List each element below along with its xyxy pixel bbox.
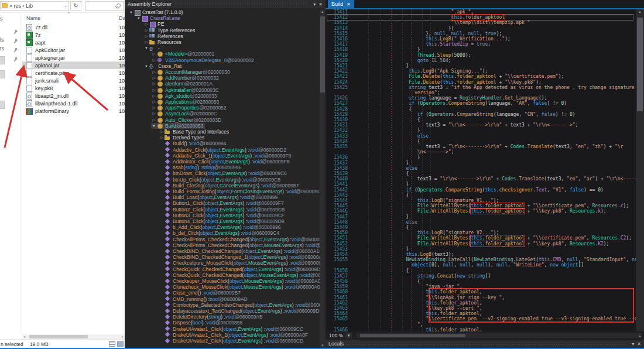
code-line-15434[interactable]: 15434 { xyxy=(326,139,636,144)
nav-item-sliver[interactable] xyxy=(0,70,5,78)
tree-method-b_del_Click[interactable]: b_del_Click(object, EventArgs) : void @0… xyxy=(125,230,279,236)
tree-item-DerivedTypes[interactable]: ▷Derived Types xyxy=(125,135,204,141)
code-line-15413[interactable]: 15413 "\\temp\\dist\\tempzip.apk " xyxy=(326,20,636,25)
chevron-down-icon[interactable]: ⌄ xyxy=(64,4,67,8)
tree-method-Addmintor_Click[interactable]: Addmintor_Click(object, EventArgs) : voi… xyxy=(125,159,290,165)
zoom-dropdown-icon[interactable]: ▾ xyxy=(345,333,352,338)
file-row-apktool.jar[interactable]: apktool.jar10/ xyxy=(22,61,125,69)
tree-item-BaseTypeandInterfaces[interactable]: ▷Base Type and Interfaces xyxy=(125,129,229,135)
code-line-15430[interactable]: 15430 { xyxy=(326,117,636,122)
code-line-15463[interactable]: 15463 "\\key.pk8 --cert ", xyxy=(326,306,636,311)
code-line-15418[interactable]: 15418 } xyxy=(326,47,636,52)
collapse-icon[interactable]: ▾ xyxy=(143,64,149,69)
expand-icon[interactable]: ▷ xyxy=(151,88,157,93)
code-line-wrap[interactable]: object[0], null, null, null), null, "Wri… xyxy=(326,262,636,268)
tree-item-Build[interactable]: ▾Build @02000053 xyxy=(125,123,205,129)
scrollbar-thumb[interactable] xyxy=(637,18,643,111)
scrollbar-thumb[interactable] xyxy=(29,335,88,338)
code-line-15461[interactable]: 15461 "\\SignApk.jar sign --key ", xyxy=(326,295,636,300)
file-row-ApkEditor.jar[interactable]: ApkEditor.jar10/ xyxy=(22,46,125,54)
tree-item-AppsProperties[interactable]: ▷AppsProperties @02000052 xyxy=(125,105,227,111)
refresh-button[interactable]: ↻ xyxy=(70,1,81,11)
expand-icon[interactable]: ▷ xyxy=(151,58,157,63)
tree-method-Addactiv_Click[interactable]: Addactiv_Click(object, EventArgs) : void… xyxy=(125,147,286,153)
expand-icon[interactable]: ▷ xyxy=(151,94,157,98)
scroll-left-icon[interactable]: ◂ xyxy=(23,334,25,339)
tree-item-alertform[interactable]: ▷alertform @0200001A xyxy=(125,81,213,87)
tree-method-Button4_Click[interactable]: Button4_Click(object, EventArgs) : void … xyxy=(125,218,285,224)
tree-method-Button1_Click[interactable]: Button1_Click(object, EventArgs) : void … xyxy=(125,200,284,206)
file-row-apksigner.jar[interactable]: apksigner.jar10/ xyxy=(22,54,125,61)
scrollbar-thumb[interactable] xyxy=(360,334,465,337)
tree-method-CheckBIND_CheckedChanged[interactable]: CheckBIND_CheckedChanged(object, EventAr… xyxy=(125,248,322,254)
tree-item-Applications[interactable]: ▷Applications @02000050 xyxy=(125,99,219,105)
expand-icon[interactable]: ▷ xyxy=(151,70,157,74)
tree-item--[interactable]: ▾{}- xyxy=(125,45,160,51)
tree-method-b_Add_Click[interactable]: b_Add_Click(object, EventArgs) : void @0… xyxy=(125,224,280,230)
code-line-15449[interactable]: 15449 { xyxy=(326,225,636,230)
code-line-15447[interactable]: 15447 } xyxy=(326,214,636,220)
code-line-15452[interactable]: 15452 File.WriteAllBytes(this.folder_apk… xyxy=(326,241,636,247)
tab-build[interactable]: Build ✕ xyxy=(328,0,354,8)
expand-icon[interactable]: ▷ xyxy=(151,76,157,80)
tree-method-Checkcatpure_MouseClick[interactable]: Checkcatpure_MouseClick(object, MouseEve… xyxy=(125,260,326,266)
pane-menu-icon[interactable]: ▾ xyxy=(313,2,316,7)
code-line-15425[interactable]: 15425 string text3 = "if the App detecte… xyxy=(326,85,636,90)
scroll-down-icon[interactable]: ▼ xyxy=(320,344,326,347)
tree-method-btnUp_Click[interactable]: btnUp_Click(object, EventArgs) : void @0… xyxy=(125,177,280,183)
code-line-15446[interactable]: 15446 File.WriteAllBytes(this.folder_apk… xyxy=(326,208,636,214)
tree-method-btnDown_Click[interactable]: btnDown_Click(object, EventArgs) : void … xyxy=(125,170,287,176)
tree-method-Clonecheck_MouseClick[interactable]: Clonecheck_MouseClick(object, MouseEvent… xyxy=(125,284,324,290)
code-line-15462[interactable]: 15462 this.folder_apktool, xyxy=(326,300,636,306)
tree-method-DeleteDirectory[interactable]: DeleteDirectory(string) : void @060009AB xyxy=(125,314,263,320)
code-line-15464[interactable]: 15464 this.folder_apktool, xyxy=(326,311,636,316)
code-line-15456[interactable]: 15456 { xyxy=(326,268,636,273)
code-line-15450[interactable]: 15450 this.LogB("signature V2..."); xyxy=(326,230,636,235)
tree-method-CheckAllPrims_CheckedChanged[interactable]: CheckAllPrims_CheckedChanged(object, Eve… xyxy=(125,237,326,242)
code-line-15432[interactable]: 15432 } xyxy=(326,128,636,133)
tree-item-Resources[interactable]: ▷Resources xyxy=(125,39,181,45)
code-line-15433[interactable]: 15433 else xyxy=(326,134,636,139)
tree-method-Dispose[interactable]: Dispose(bool) : void @06000858 xyxy=(125,320,242,326)
tree-item-Craxs_Rat[interactable]: ▾{}Craxs_Rat xyxy=(125,63,181,69)
file-row-7z.dll[interactable]: 7z.dll10/ xyxy=(22,23,125,31)
code-line-15437[interactable]: 15437 } xyxy=(326,160,636,166)
code-line-15458[interactable]: 15458 { xyxy=(326,279,636,284)
code-line-wrap[interactable]: ", xyxy=(326,322,636,327)
collapse-icon[interactable]: ▾ xyxy=(136,16,142,20)
tab-close-icon[interactable]: ✕ xyxy=(347,2,351,7)
column-header-name[interactable]: Name xyxy=(26,15,40,21)
expand-icon[interactable]: ▷ xyxy=(151,111,157,116)
code-line-15457[interactable]: 15457 string.Concat(new string[] xyxy=(326,273,636,279)
code-line-15411[interactable]: 15411 ".apk ", xyxy=(326,9,636,15)
code-line-15417[interactable]: 15417 this.StartedZip = true; xyxy=(326,42,636,47)
code-line-15466[interactable]: 15466 this.folder_apktool, xyxy=(326,327,636,331)
details-view-icon[interactable] xyxy=(109,341,115,347)
editor-scrollbar[interactable]: ▲ xyxy=(636,9,644,331)
tree-method-Delayaccesstext_TextChanged[interactable]: Delayaccesstext_TextChanged(object, Even… xyxy=(125,308,323,314)
tree-item-CraxsRatexe[interactable]: ▾CraxsRat.exe xyxy=(125,15,180,21)
code-line-wrap[interactable]: \n<------->"; xyxy=(326,149,636,155)
tree-item-PE[interactable]: ▷PE xyxy=(125,21,164,27)
expand-icon[interactable]: ▷ xyxy=(159,135,165,140)
tree-item-AddNumber[interactable]: ▷AddNumber @02000032 xyxy=(125,75,219,81)
pane-close-icon[interactable]: ✕ xyxy=(318,2,323,7)
code-line-15427[interactable]: 15427 if (Operators.CompareString(langua… xyxy=(326,101,636,106)
code-line-15459[interactable]: 15459 "java -jar ", xyxy=(326,284,636,289)
code-line-15421[interactable]: 15421 } xyxy=(326,63,636,69)
code-line-15443[interactable]: 15443 { xyxy=(326,193,636,198)
nav-item-fragment[interactable]: ls xyxy=(0,37,4,43)
address-bar[interactable]: « res › Lib ⌄ xyxy=(0,1,69,11)
expand-icon[interactable]: ▷ xyxy=(151,118,157,122)
code-line-15465[interactable]: 15465 "\\certificate.pem --v2-signing-en… xyxy=(326,316,636,321)
file-row-libaapt2_jni.dll[interactable]: libaapt2_jni.dll10/ xyxy=(22,92,125,100)
code-line-15419[interactable]: 15419 Thread.Sleep(5000); xyxy=(326,53,636,58)
tree-item-AsyncLock[interactable]: ▷AsyncLock @0200000C xyxy=(125,111,217,117)
code-line-15444[interactable]: 15444 this.LogB("signature V1..."); xyxy=(326,198,636,203)
tree-item-Auto_Clicker[interactable]: ▷Auto_Clicker @0200003D xyxy=(125,117,221,123)
file-row-platformBinary[interactable]: platformBinary10/ xyxy=(22,107,125,115)
tree-method-Build_Load[interactable]: Build_Load(object, EventArgs) : void @06… xyxy=(125,194,278,200)
file-row-key.pk8[interactable]: key.pk810/ xyxy=(22,84,125,92)
code-line-15426[interactable]: 15426 string language = RegistryHandler.… xyxy=(326,95,636,101)
code-line-15414[interactable]: 15414 }) xyxy=(326,26,636,31)
